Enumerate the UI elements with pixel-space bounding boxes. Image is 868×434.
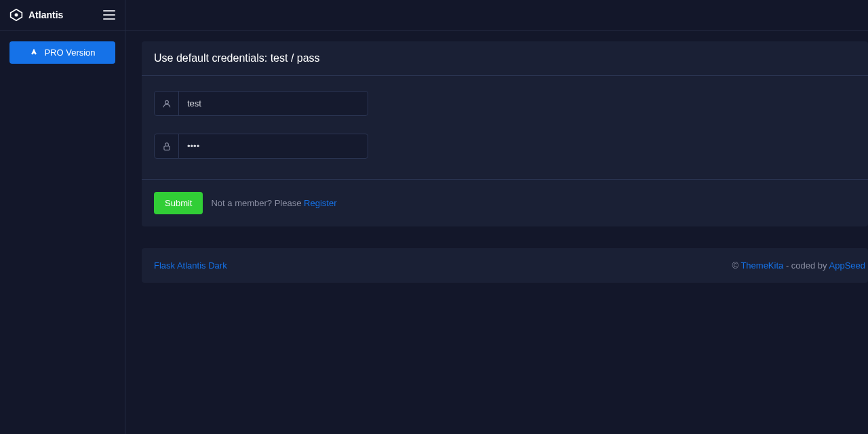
sidebar: Atlantis PRO Version (0, 0, 125, 434)
sidebar-body: PRO Version (0, 31, 125, 75)
pro-version-label: PRO Version (44, 47, 95, 58)
username-input[interactable] (179, 92, 368, 115)
content: Use default credentials: test / pass (125, 31, 868, 283)
lock-icon (155, 134, 179, 158)
brand-name: Atlantis (28, 9, 63, 20)
footer-left-link[interactable]: Flask Atlantis Dark (142, 260, 227, 271)
svg-point-1 (15, 14, 18, 17)
footer-right: © ThemeKita - coded by AppSeed (732, 260, 868, 271)
page-footer: Flask Atlantis Dark © ThemeKita - coded … (142, 248, 868, 283)
card-body (142, 76, 868, 179)
appseed-link[interactable]: AppSeed (829, 260, 866, 271)
brand[interactable]: Atlantis (9, 8, 63, 22)
username-group (154, 91, 368, 116)
user-icon (155, 92, 179, 115)
themekita-link[interactable]: ThemeKita (741, 260, 783, 271)
login-card: Use default credentials: test / pass (142, 41, 868, 226)
pro-version-button[interactable]: PRO Version (9, 41, 115, 64)
not-member-text: Not a member? Please (211, 198, 304, 208)
svg-point-2 (165, 100, 168, 104)
register-link[interactable]: Register (304, 198, 336, 208)
card-header: Use default credentials: test / pass (142, 41, 868, 76)
menu-toggle-icon[interactable] (103, 7, 115, 22)
register-prompt: Not a member? Please Register (211, 198, 336, 208)
submit-button[interactable]: Submit (154, 192, 203, 214)
svg-rect-3 (163, 146, 169, 150)
password-input[interactable] (179, 134, 368, 158)
rocket-icon (29, 48, 39, 58)
brand-logo-icon (9, 8, 23, 22)
coded-by-text: - coded by (783, 260, 829, 271)
main: Use default credentials: test / pass (125, 0, 868, 434)
card-footer: Submit Not a member? Please Register (142, 179, 868, 226)
password-group (154, 134, 368, 159)
sidebar-topbar: Atlantis (0, 0, 125, 31)
copyright-symbol: © (732, 260, 741, 271)
topbar-spacer (125, 0, 868, 31)
